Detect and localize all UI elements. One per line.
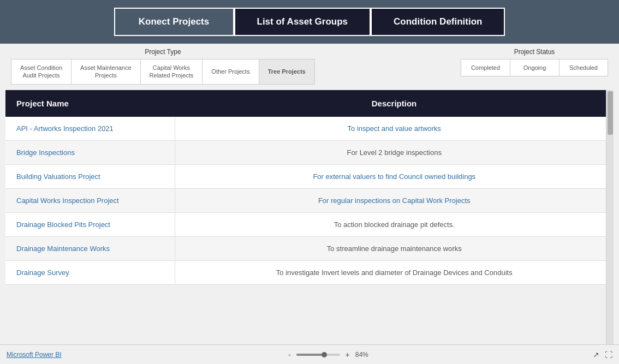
project-type-buttons: Asset ConditionAudit Projects Asset Main… <box>11 59 315 85</box>
filter-asset-condition[interactable]: Asset ConditionAudit Projects <box>11 59 71 85</box>
nav-condition-definition[interactable]: Condition Definition <box>371 8 505 36</box>
nav-bar: Konect Projects List of Asset Groups Con… <box>0 0 619 44</box>
zoom-slider[interactable] <box>296 354 340 356</box>
table-row: Drainage Blocked Pits ProjectTo action b… <box>5 212 614 236</box>
bottom-bar: Microsoft Power BI - + 84% ↗ ⛶ <box>0 344 619 364</box>
cell-description: For Level 2 bridge inspections <box>175 140 614 164</box>
zoom-percent: 84% <box>355 351 368 359</box>
bottom-icons: ↗ ⛶ <box>593 350 612 359</box>
filter-asset-maintenance[interactable]: Asset MaintenanceProjects <box>71 59 140 85</box>
filter-section: Project Type Asset ConditionAudit Projec… <box>0 44 619 90</box>
cell-project-name[interactable]: Drainage Survey <box>5 260 175 284</box>
col-project-name: Project Name <box>5 90 175 117</box>
cell-description: For regular inspections on Capital Work … <box>175 188 614 212</box>
table-row: Bridge InspectionsFor Level 2 bridge ins… <box>5 140 614 164</box>
table-row: Capital Works Inspection ProjectFor regu… <box>5 188 614 212</box>
filter-ongoing[interactable]: Ongoing <box>510 59 559 76</box>
project-type-filter-group: Project Type Asset ConditionAudit Projec… <box>11 48 315 85</box>
filter-capital-works[interactable]: Capital WorksRelated Projects <box>140 59 203 85</box>
project-type-label: Project Type <box>145 48 181 56</box>
zoom-minus-button[interactable]: - <box>286 350 293 359</box>
cell-project-name[interactable]: Drainage Blocked Pits Project <box>5 212 175 236</box>
zoom-slider-fill <box>296 354 323 356</box>
cell-description: To inspect and value artworks <box>175 117 614 141</box>
table-header-row: Project Name Description <box>5 90 614 117</box>
col-description: Description <box>175 90 614 117</box>
filter-completed[interactable]: Completed <box>461 59 510 76</box>
table-wrapper: Project Name Description API - Artworks … <box>5 90 614 344</box>
project-status-filter-group: Project Status Completed Ongoing Schedul… <box>461 48 608 76</box>
cell-description: To investigate Invert levels and diamete… <box>175 260 614 284</box>
cell-project-name[interactable]: Bridge Inspections <box>5 140 175 164</box>
cell-description: To streamline drainage maintenance works <box>175 236 614 260</box>
table-row: API - Artworks Inspection 2021To inspect… <box>5 117 614 141</box>
table-row: Drainage Maintenance WorksTo streamline … <box>5 236 614 260</box>
powerbi-link[interactable]: Microsoft Power BI <box>7 351 62 359</box>
table-container: Project Name Description API - Artworks … <box>5 90 614 344</box>
scroll-thumb <box>608 91 613 135</box>
filter-scheduled[interactable]: Scheduled <box>559 59 608 76</box>
cell-description: For external valuers to find Council own… <box>175 164 614 188</box>
cell-project-name[interactable]: Building Valuations Project <box>5 164 175 188</box>
zoom-plus-button[interactable]: + <box>343 350 352 359</box>
main-content: Project Type Asset ConditionAudit Projec… <box>0 44 619 364</box>
project-status-buttons: Completed Ongoing Scheduled <box>461 59 608 76</box>
project-status-label: Project Status <box>514 48 555 56</box>
cell-project-name[interactable]: Drainage Maintenance Works <box>5 236 175 260</box>
cell-project-name[interactable]: Capital Works Inspection Project <box>5 188 175 212</box>
projects-table: Project Name Description API - Artworks … <box>5 90 614 285</box>
external-link-icon[interactable]: ↗ <box>593 350 599 359</box>
cell-project-name[interactable]: API - Artworks Inspection 2021 <box>5 117 175 141</box>
table-row: Drainage SurveyTo investigate Invert lev… <box>5 260 614 284</box>
fullscreen-icon[interactable]: ⛶ <box>605 350 612 359</box>
zoom-controls: - + 84% <box>286 350 368 359</box>
zoom-slider-thumb <box>322 352 327 357</box>
nav-list-of-asset-groups[interactable]: List of Asset Groups <box>234 8 371 36</box>
filter-other-projects[interactable]: Other Projects <box>202 59 258 85</box>
cell-description: To action blocked drainage pit defects. <box>175 212 614 236</box>
filter-tree-projects[interactable]: Tree Projects <box>259 59 315 85</box>
scrollbar[interactable] <box>606 90 614 344</box>
table-row: Building Valuations ProjectFor external … <box>5 164 614 188</box>
nav-konect-projects[interactable]: Konect Projects <box>114 8 234 36</box>
